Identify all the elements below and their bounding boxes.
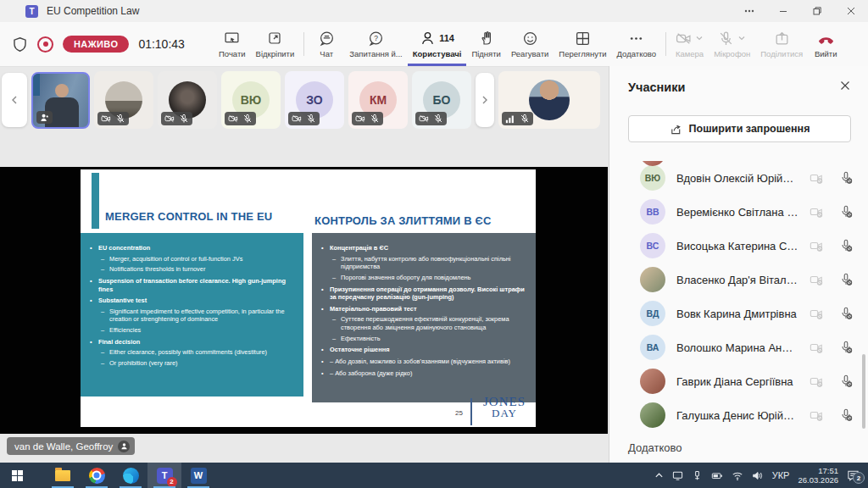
windows-taskbar: T 2 W УКР 17:51 26.03.2026 2 [0,463,868,488]
window-close-button[interactable] [834,0,868,22]
teams-notification-badge: 2 [167,477,177,487]
mic-off-icon [839,273,853,286]
slide-bullet: Остаточне рішення [320,346,527,354]
panel-close-button[interactable] [839,80,851,95]
tray-expand-icon[interactable] [654,471,664,480]
camera-button[interactable]: Камера [670,22,709,66]
volume-icon[interactable] [752,470,764,481]
language-indicator[interactable]: УКР [772,470,790,480]
filmstrip-next-button[interactable] [476,73,494,127]
participant-row[interactable]: Власенко Дар'я Віталіївна [609,263,868,297]
slide-bullet: Merger, acquisition of control or full-f… [100,255,295,263]
close-icon [839,80,851,92]
shield-icon[interactable] [12,36,28,53]
mic-off-icon [520,114,530,124]
slide-accent-bar [92,173,99,229]
action-center-button[interactable]: 2 [847,469,860,481]
more-options-button[interactable]: Додатково [612,22,661,66]
filmstrip-prev-button[interactable] [2,73,27,127]
participant-row[interactable]: ВЮ Вдовін Олексій Юрійович [609,161,868,195]
share-button[interactable]: Поділитися [755,22,808,66]
mic-button[interactable]: Мікрофон [709,22,755,66]
video-tile-presenter[interactable] [31,72,90,129]
meeting-timer: 01:10:43 [138,37,185,51]
raise-hand-icon [479,30,494,46]
more-section-label[interactable]: Додатково [628,441,682,454]
participant-row[interactable]: Галушка Денис Юрійович [609,398,868,432]
ellipsis-icon [743,5,755,17]
tray-usb-icon[interactable] [692,470,703,481]
video-filmstrip: ВЮ ЗО КМ БО [2,69,607,130]
participant-name: Гаврик Діана Сергіївна [676,375,798,388]
share-invite-icon [670,123,682,136]
leave-button[interactable]: Вийти [808,22,843,66]
chevron-right-icon [480,95,490,105]
participant-row[interactable]: ВВ Веремієнко Світлана Вікторів... [609,195,868,229]
edge-icon [123,468,139,484]
slide-bullet: Substantive test [89,297,295,305]
camera-off-icon [101,114,111,124]
slide-bullet: Концентрація в ЄС [320,244,527,252]
window-title: EU Competition Law [47,5,139,17]
raise-hand-button[interactable]: Підняти [466,22,506,66]
tray-display-icon[interactable] [672,470,683,481]
chrome-icon [89,468,105,484]
screen-share-icon [224,30,240,47]
participant-avatar: ВД [640,301,665,326]
unpin-button[interactable]: Відкріпити [251,22,300,66]
window-restore-button[interactable] [800,0,834,22]
mic-off-icon [179,114,189,124]
video-tile-initials[interactable]: КМ [348,71,408,129]
video-tile-avatar[interactable] [158,71,217,129]
chrome-button[interactable] [80,463,114,488]
participant-row[interactable]: Гаврик Діана Сергіївна [609,364,868,398]
participant-avatar: ВА [640,335,665,360]
window-more-button[interactable] [732,0,766,22]
file-explorer-button[interactable] [46,463,80,488]
start-share-button[interactable]: Почати [214,22,251,66]
chevron-left-icon [9,95,19,105]
participants-button[interactable]: 114 Користувачі [408,22,467,66]
camera-off-icon [810,239,823,252]
logo-divider [470,398,472,425]
window-minimize-button[interactable] [766,0,800,22]
participant-name: Вовк Карина Дмитрівна [676,308,798,320]
participant-name: Власенко Дар'я Віталіївна [676,274,798,286]
chevron-down-icon[interactable] [737,34,746,42]
word-button[interactable]: W [181,463,215,488]
slide-bullet: Final decision [89,338,295,347]
video-tile-avatar[interactable] [94,71,153,129]
mic-off-icon [839,239,853,252]
wifi-icon[interactable] [732,470,743,481]
spotlight-person-icon [40,113,49,122]
react-button[interactable]: Реагувати [506,22,554,66]
edge-button[interactable] [114,463,147,488]
video-tile-initials[interactable]: ВЮ [221,71,281,129]
participant-row[interactable]: ВД Вовк Карина Дмитрівна [609,297,868,330]
panel-title: Учасники [628,80,685,94]
qa-button[interactable]: ? Запитання й... [344,22,408,66]
participant-list: ВЮ Вдовін Олексій Юрійович ВВ Веремієнко… [609,161,868,434]
mic-off-icon [242,114,253,124]
start-button[interactable] [0,463,34,488]
video-tile-initials[interactable]: БО [412,71,471,129]
taskbar-clock[interactable]: 17:51 26.03.2026 [798,466,838,485]
popout-icon [267,30,282,46]
video-tile-initials[interactable]: ЗО [285,71,344,129]
share-invite-button[interactable]: Поширити запрошення [628,115,851,142]
view-button[interactable]: Переглянути [554,22,611,66]
chat-button[interactable]: Чат [309,22,344,66]
mic-off-icon [115,114,125,124]
panel-scrollbar[interactable] [862,354,865,429]
video-tile-speaker[interactable] [498,71,600,129]
camera-off-icon [292,114,302,124]
slide-bullet: Порогові значення обороту для повідомлен… [331,274,527,282]
chevron-down-icon[interactable] [695,34,704,42]
camera-off-icon [419,114,429,124]
participant-row[interactable]: ВА Волошко Марина Анатоліївна [609,330,868,364]
teams-taskbar-button[interactable]: T 2 [147,463,181,488]
mic-off-icon [306,114,316,124]
slide-page-number: 25 [455,409,463,417]
participant-row[interactable]: ВС Висоцька Катерина Сергіївна [609,229,868,263]
tray-battery-icon[interactable] [711,470,723,481]
